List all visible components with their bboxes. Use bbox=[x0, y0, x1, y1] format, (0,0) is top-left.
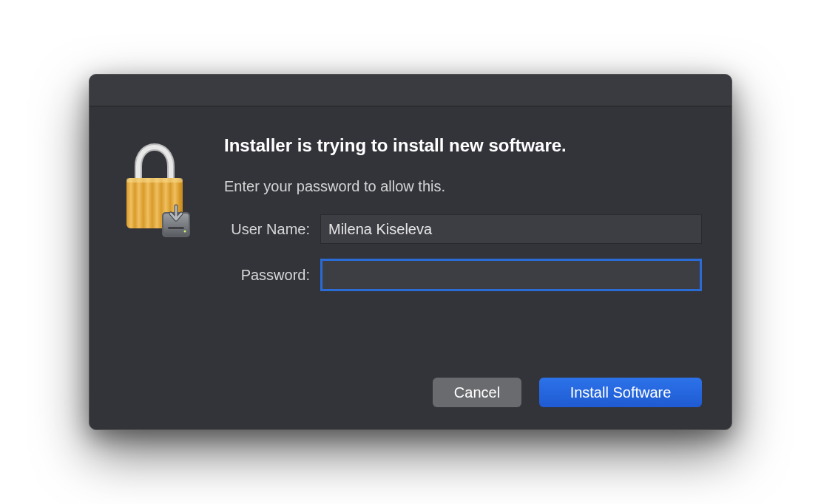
password-input[interactable] bbox=[320, 259, 702, 291]
auth-dialog: Installer is trying to install new softw… bbox=[89, 74, 732, 430]
lock-with-drive-icon bbox=[119, 231, 199, 244]
cancel-button[interactable]: Cancel bbox=[433, 378, 521, 407]
username-input[interactable] bbox=[320, 214, 702, 244]
password-label: Password: bbox=[224, 267, 320, 284]
svg-rect-2 bbox=[126, 178, 183, 183]
password-row: Password: bbox=[224, 259, 702, 291]
svg-point-7 bbox=[184, 231, 186, 233]
username-row: User Name: bbox=[224, 214, 702, 244]
dialog-icon-container bbox=[119, 135, 199, 407]
dialog-heading: Installer is trying to install new softw… bbox=[224, 135, 702, 156]
install-software-button[interactable]: Install Software bbox=[539, 378, 702, 407]
dialog-buttons: Cancel Install Software bbox=[433, 378, 702, 407]
svg-rect-6 bbox=[168, 227, 184, 229]
dialog-subtext: Enter your password to allow this. bbox=[224, 178, 702, 195]
username-label: User Name: bbox=[224, 221, 320, 238]
